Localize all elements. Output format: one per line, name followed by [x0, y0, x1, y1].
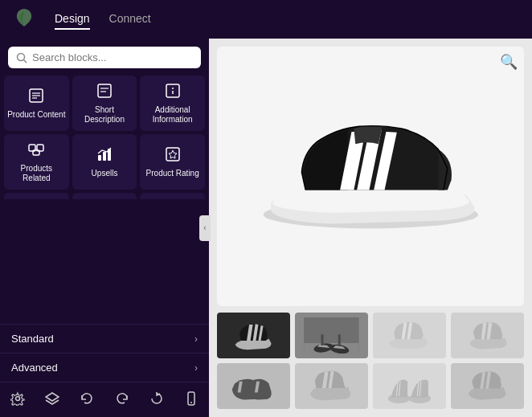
block-short-description[interactable]: Short Description	[72, 76, 137, 131]
thumbnail-2[interactable]	[295, 313, 368, 358]
search-bar[interactable]	[8, 47, 201, 68]
svg-rect-15	[98, 155, 101, 161]
thumbnail-8[interactable]	[451, 363, 524, 409]
svg-rect-6	[98, 84, 111, 97]
block-upsells-icon	[96, 145, 113, 166]
layers-icon[interactable]	[39, 385, 66, 415]
shoe-svg	[240, 66, 501, 287]
block-additional-information-icon	[164, 82, 182, 102]
block-product-rating[interactable]: Product Rating	[140, 134, 205, 190]
svg-line-1	[24, 59, 27, 63]
block-products-related-icon	[27, 141, 45, 161]
section-advanced-label: Advanced	[11, 362, 58, 374]
bottom-toolbar	[0, 382, 209, 417]
thumbnail-7[interactable]	[373, 363, 446, 409]
collapse-handle[interactable]: ‹	[199, 215, 211, 241]
block-product-content-label: Product Content	[7, 110, 65, 120]
blocks-grid: Product Content Short Description Additi…	[0, 75, 209, 199]
svg-rect-39	[338, 334, 341, 345]
block-additional-information-label: Additional Information	[143, 105, 202, 125]
thumbnail-6[interactable]	[295, 363, 368, 409]
block-archive-products[interactable]: Archive Products	[72, 193, 137, 199]
block-upsells[interactable]: Upsells	[72, 134, 137, 190]
product-preview: 🔍	[209, 39, 532, 417]
svg-point-29	[15, 396, 19, 400]
block-product-stock[interactable]: Product Stock	[4, 193, 69, 199]
svg-rect-38	[321, 334, 324, 345]
section-standard[interactable]: Standard ›	[0, 324, 209, 353]
block-product-content[interactable]: Product Content	[4, 76, 69, 131]
chevron-right-icon-2: ›	[194, 362, 198, 374]
svg-marker-30	[46, 393, 59, 401]
top-navigation: Design Connect	[0, 0, 532, 39]
block-products-related-label: Products Related	[7, 164, 66, 183]
refresh-icon[interactable]	[143, 385, 170, 415]
redo-icon[interactable]	[108, 385, 136, 415]
search-input[interactable]	[32, 51, 193, 63]
main-product-image: 🔍	[217, 47, 524, 306]
block-product-rating-icon	[164, 145, 182, 166]
block-additional-information[interactable]: Additional Information	[140, 76, 205, 131]
svg-rect-16	[103, 152, 106, 161]
zoom-icon[interactable]: 🔍	[500, 53, 518, 71]
gear-icon[interactable]	[4, 385, 31, 415]
thumbnail-5[interactable]	[217, 363, 290, 409]
tab-connect[interactable]: Connect	[109, 9, 151, 30]
block-product-data-tabs[interactable]: Product Data Tabs	[140, 193, 205, 199]
block-upsells-label: Upsells	[92, 169, 118, 178]
thumbnail-1[interactable]	[217, 313, 290, 358]
thumbnail-3[interactable]	[373, 313, 446, 358]
thumbnail-4[interactable]	[451, 313, 524, 358]
svg-point-0	[18, 53, 25, 60]
search-icon	[16, 52, 27, 63]
block-short-description-icon	[96, 82, 113, 102]
block-product-content-icon	[27, 87, 45, 107]
block-product-rating-label: Product Rating	[146, 169, 199, 178]
block-short-description-label: Short Description	[76, 105, 134, 125]
content-area: 🔍	[209, 39, 532, 417]
section-advanced[interactable]: Advanced ›	[0, 353, 209, 382]
block-products-related[interactable]: Products Related	[4, 134, 69, 190]
section-standard-label: Standard	[11, 333, 54, 345]
main-layout: Product Content Short Description Additi…	[0, 39, 532, 417]
svg-point-10	[172, 88, 174, 89]
sidebar: Product Content Short Description Additi…	[0, 39, 209, 417]
logo	[13, 6, 35, 32]
thumbnails-grid	[217, 313, 524, 409]
svg-point-32	[190, 402, 192, 403]
undo-icon[interactable]	[73, 385, 100, 415]
tab-design[interactable]: Design	[55, 9, 90, 30]
svg-marker-19	[169, 150, 177, 158]
mobile-icon[interactable]	[178, 385, 205, 415]
chevron-right-icon: ›	[194, 333, 198, 345]
